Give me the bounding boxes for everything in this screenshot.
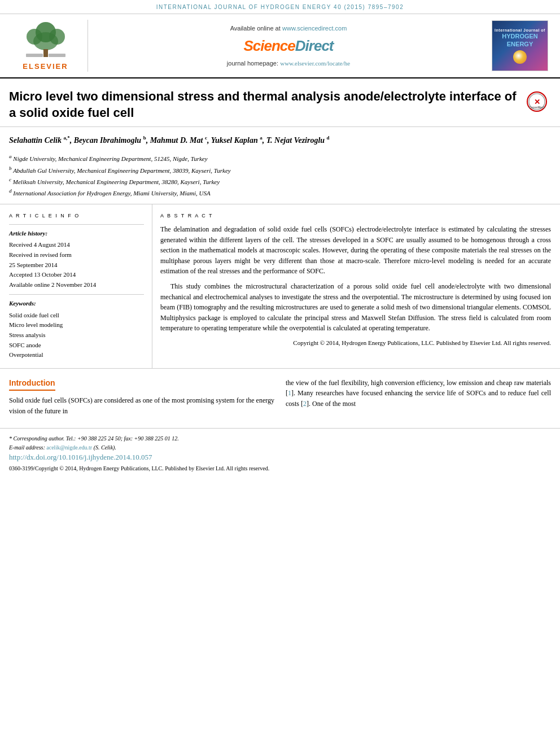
keyword-5: Overpotential — [9, 350, 144, 360]
header: ELSEVIER Available online at www.science… — [0, 14, 560, 78]
svg-rect-6 — [49, 54, 65, 57]
svg-text:CrossMark: CrossMark — [528, 106, 545, 109]
history-item-2: Received in revised form — [9, 250, 144, 260]
elsevier-logo: ELSEVIER — [9, 20, 88, 72]
crossmark-icon: ✕ CrossMark — [527, 91, 547, 112]
journal-bar: INTERNATIONAL JOURNAL OF HYDROGEN ENERGY… — [0, 0, 560, 14]
copyright-line: Copyright © 2014, Hydrogen Energy Public… — [160, 338, 551, 348]
svg-point-3 — [33, 32, 58, 50]
journal-homepage-line: journal homepage: www.elsevier.com/locat… — [227, 58, 350, 68]
intro-two-col: Introduction Solid oxide fuel cells (SOF… — [9, 378, 551, 417]
affiliation-a: a Nigde University, Mechanical Engineeri… — [9, 152, 551, 164]
intro-text-right: the view of the fuel flexibility, high c… — [286, 378, 551, 409]
history-item-1: Received 4 August 2014 — [9, 240, 144, 250]
footer-note-2: E-mail address: acelik@nigde.edu.tr (S. … — [9, 443, 551, 452]
thumb-text1: International Journal of — [495, 28, 545, 33]
article-title: Micro level two dimensional stress and t… — [9, 89, 517, 121]
thumb-circle-icon — [513, 50, 527, 64]
keyword-2: Micro level modeling — [9, 320, 144, 330]
abstract-col: A B S T R A C T The delamination and deg… — [152, 204, 560, 368]
abstract-paragraph1: The delamination and degradation of soli… — [160, 224, 551, 348]
authors-line: Selahattin Celik a,*, Beycan Ibrahimoglu… — [9, 134, 551, 147]
issn-line: 0360-3199/Copyright © 2014, Hydrogen Ene… — [9, 465, 551, 473]
svg-rect-4 — [43, 49, 48, 57]
keyword-3: Stress analysis — [9, 330, 144, 340]
doi-link[interactable]: http://dx.doi.org/10.1016/j.ijhydene.201… — [9, 453, 152, 461]
svg-rect-5 — [26, 54, 43, 57]
sciencedirect-logo: ScienceDirect — [244, 36, 334, 56]
crossmark-area: ✕ CrossMark — [523, 89, 551, 112]
available-online-text: Available online at www.sciencedirect.co… — [230, 23, 347, 33]
email-link[interactable]: acelik@nigde.edu.tr — [46, 444, 92, 451]
abstract-header: A B S T R A C T — [160, 212, 551, 220]
article-title-section: Micro level two dimensional stress and t… — [0, 78, 560, 127]
footer-note-1: * Corresponding author. Tel.: +90 388 22… — [9, 434, 551, 443]
journal-thumbnail: International Journal of HYDROGEN ENERGY — [489, 20, 551, 72]
affiliation-d: d International Association for Hydrogen… — [9, 187, 551, 198]
intro-text-left: Solid oxide fuel cells (SOFCs) are consi… — [9, 395, 274, 416]
intro-section-title: Introduction — [9, 378, 55, 391]
homepage-link[interactable]: www.elsevier.com/locate/he — [280, 60, 350, 67]
footer-notes: * Corresponding author. Tel.: +90 388 22… — [0, 428, 560, 476]
sd-url-link[interactable]: www.sciencedirect.com — [282, 25, 347, 32]
intro-col-left: Introduction Solid oxide fuel cells (SOF… — [9, 378, 274, 417]
history-item-3: 25 September 2014 — [9, 260, 144, 270]
info-abstract-section: A R T I C L E I N F O Article history: R… — [0, 204, 560, 368]
authors-section: Selahattin Celik a,*, Beycan Ibrahimoglu… — [0, 127, 560, 204]
history-label: Article history: — [9, 229, 144, 238]
header-center: Available online at www.sciencedirect.co… — [94, 20, 483, 72]
elsevier-tree-icon — [18, 20, 74, 59]
keyword-4: SOFC anode — [9, 340, 144, 351]
keywords-label: Keywords: — [9, 299, 144, 308]
elsevier-label: ELSEVIER — [23, 62, 68, 72]
introduction-section: Introduction Solid oxide fuel cells (SOF… — [0, 369, 560, 422]
affiliation-b: b Abdullah Gul University, Mechanical En… — [9, 164, 551, 176]
article-info-col: A R T I C L E I N F O Article history: R… — [0, 204, 152, 368]
thumb-subtitle: ENERGY — [507, 41, 533, 48]
ref-2-link[interactable]: 2 — [303, 400, 307, 408]
svg-text:✕: ✕ — [534, 98, 540, 106]
affiliation-c: c Meliksah University, Mechanical Engine… — [9, 176, 551, 187]
doi-link-line: http://dx.doi.org/10.1016/j.ijhydene.201… — [9, 452, 551, 462]
thumb-title: HYDROGEN — [502, 33, 538, 40]
history-item-4: Accepted 13 October 2014 — [9, 270, 144, 280]
intro-col-right: the view of the fuel flexibility, high c… — [286, 378, 551, 417]
article-info-header: A R T I C L E I N F O — [9, 212, 144, 220]
ref-1-link[interactable]: 1 — [288, 389, 291, 397]
keyword-1: Solid oxide fuel cell — [9, 311, 144, 321]
history-item-5: Available online 2 November 2014 — [9, 280, 144, 290]
